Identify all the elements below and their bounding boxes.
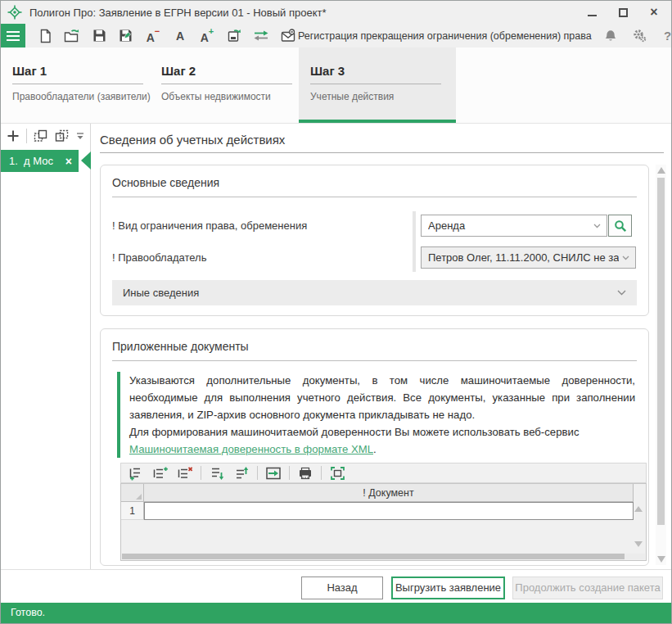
add-object-button[interactable]	[5, 126, 20, 146]
corner-cell[interactable]	[121, 484, 144, 502]
printer-icon	[298, 467, 313, 480]
info-paragraph: Указываются дополнительные документы, в …	[129, 372, 635, 423]
toolbar-separator	[257, 466, 258, 480]
new-project-button[interactable]	[35, 26, 55, 46]
row-move-down-button[interactable]	[208, 465, 226, 482]
copy-icon	[34, 129, 48, 142]
table-scroll-down-icon[interactable]	[634, 541, 643, 547]
page-title: Сведения об учетных действиях	[100, 133, 285, 147]
chevron-down-icon	[593, 224, 601, 228]
step-subtitle: Правообладатели (заявители)	[12, 91, 143, 102]
question-icon: ?	[664, 29, 671, 43]
notifications-button[interactable]	[601, 26, 620, 46]
convert-xml-button[interactable]	[224, 26, 244, 46]
app-logo-icon	[7, 5, 22, 20]
toolbar-separator	[289, 466, 290, 480]
upload-application-button[interactable]: Выгрузить заявление	[391, 577, 505, 599]
row-import-button[interactable]	[264, 465, 282, 482]
chevron-down-icon	[622, 255, 629, 260]
transfer-button[interactable]	[251, 26, 271, 46]
toolbar-separator	[201, 466, 201, 480]
step-underline	[310, 84, 441, 84]
other-info-collapsible[interactable]: Иные сведения	[112, 280, 637, 305]
scrollbar-thumb[interactable]	[657, 178, 665, 525]
document-icon	[38, 29, 52, 43]
column-separator	[413, 211, 416, 272]
rightholder-combobox[interactable]: Петров Олег, 11.11.2000, СНИЛС не запол	[421, 246, 636, 269]
gears-icon	[632, 29, 647, 43]
step-title: Шаг 2	[161, 64, 292, 78]
row-insert-button[interactable]	[151, 465, 169, 482]
row-move-up-button[interactable]	[232, 465, 250, 482]
close-button[interactable]: ×	[648, 7, 660, 18]
footer-bar: Назад Выгрузить заявление Продолжить соз…	[1, 569, 671, 604]
sidebar-toolbar	[1, 124, 90, 148]
document-input[interactable]	[145, 503, 633, 519]
tab-step-1[interactable]: Шаг 1 Правообладатели (заявители)	[1, 47, 150, 123]
row-print-button[interactable]	[296, 465, 314, 482]
font-increase-icon: A+	[201, 28, 214, 43]
step-subtitle: Объекты недвижимости	[161, 91, 292, 102]
step-underline	[161, 84, 292, 84]
row-delete-button[interactable]	[176, 465, 194, 482]
font-reset-button[interactable]: A	[170, 26, 190, 46]
mchd-xml-link[interactable]: Машиночитаемая доверенность в формате XM…	[129, 443, 373, 455]
status-bar: Готово.	[1, 603, 671, 623]
document-cell[interactable]	[144, 502, 634, 520]
step-title: Шаг 1	[12, 64, 143, 78]
table-horizontal-scrollbar[interactable]	[122, 554, 645, 559]
help-button[interactable]: ?	[658, 26, 672, 46]
object-tab-label: 1. д Мос	[9, 155, 53, 167]
open-project-button[interactable]	[62, 26, 82, 46]
font-icon: A	[176, 30, 184, 42]
copy-object-button[interactable]	[33, 126, 48, 146]
tab-step-3[interactable]: Шаг 3 Учетные действия	[299, 47, 456, 123]
tab-step-2[interactable]: Шаг 2 Объекты недвижимости	[150, 47, 299, 123]
main-info-card: Основные сведения ! Вид ограничения прав…	[100, 165, 649, 316]
context-action-label: Регистрация прекращения ограничения (обр…	[298, 30, 592, 42]
corner-triangle-icon	[136, 494, 142, 500]
document-column-header[interactable]: ! Документ	[144, 484, 634, 502]
restriction-type-combobox[interactable]: Аренда	[421, 215, 607, 237]
menu-button[interactable]	[1, 24, 25, 47]
plus-icon	[7, 129, 20, 142]
bell-icon	[604, 29, 617, 43]
scroll-up-icon[interactable]	[657, 167, 665, 174]
row-move-down-icon	[209, 466, 225, 481]
row-move-up-icon	[233, 466, 250, 481]
step-underline	[12, 84, 143, 84]
window-title: Полигон Про: Заявление в ЕГРН версии 01 …	[29, 7, 327, 19]
sidebar-menu-button[interactable]	[76, 129, 84, 143]
floppy-icon	[92, 29, 106, 43]
settings-button[interactable]	[629, 26, 649, 46]
documents-card: Приложенные документы Указываются дополн…	[100, 328, 649, 566]
font-decrease-button[interactable]: A−	[143, 26, 163, 46]
restriction-search-button[interactable]	[608, 215, 632, 237]
table-expand-button[interactable]	[328, 465, 346, 482]
app-window: Полигон Про: Заявление в ЕГРН версии 01 …	[0, 0, 672, 624]
rightholder-label: ! Правообладатель	[112, 246, 206, 269]
documents-grid-toolbar	[120, 463, 647, 483]
continue-package-button: Продолжить создание пакета	[512, 577, 663, 599]
send-button[interactable]	[278, 26, 298, 46]
scroll-down-icon[interactable]	[657, 556, 665, 563]
close-icon[interactable]: ×	[65, 156, 72, 167]
maximize-button[interactable]	[617, 7, 629, 18]
content-vertical-scrollbar[interactable]	[656, 165, 666, 565]
objects-sidebar: 1. д Мос ×	[1, 124, 91, 569]
save-button[interactable]	[89, 26, 109, 46]
info-note: Указываются дополнительные документы, в …	[117, 372, 635, 458]
save-as-button[interactable]	[116, 26, 136, 46]
row-number-cell[interactable]: 1	[121, 502, 144, 520]
object-tab[interactable]: 1. д Мос ×	[1, 150, 79, 172]
paste-object-button[interactable]	[55, 126, 70, 146]
back-button[interactable]: Назад	[301, 577, 383, 599]
combobox-value: Аренда	[428, 219, 590, 232]
minimize-button[interactable]	[586, 7, 598, 18]
font-increase-button[interactable]: A+	[197, 26, 217, 46]
table-scroll-up-icon[interactable]	[634, 506, 643, 512]
restriction-type-label: ! Вид ограничения права, обременения	[112, 215, 307, 237]
row-add-button[interactable]	[127, 465, 145, 482]
duplicate-icon	[55, 129, 70, 142]
scrollbar-thumb[interactable]	[122, 554, 625, 559]
